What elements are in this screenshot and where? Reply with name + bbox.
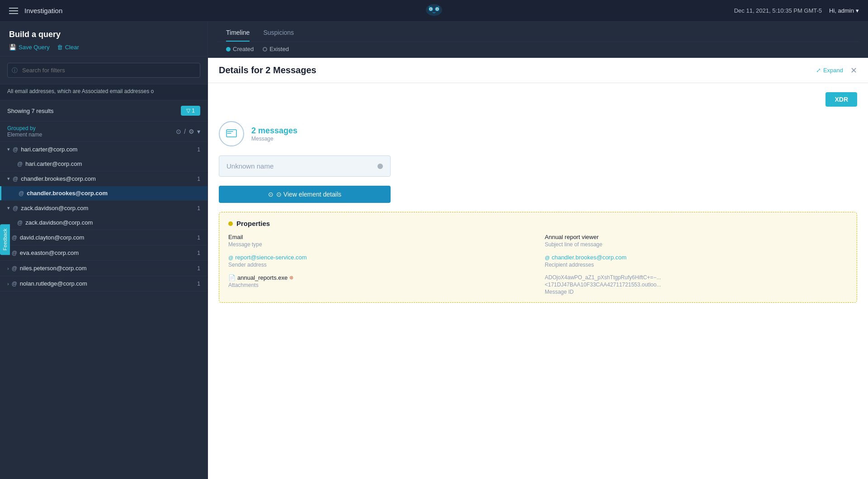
xdr-area: XDR [219,92,857,114]
radio-existed[interactable]: Existed [263,46,289,52]
at-icon: @ [12,250,17,256]
email-group-eva: › @ eva.easton@corp.com 1 [0,245,208,261]
divider: / [184,128,186,135]
file-icon: 📄 [228,274,236,281]
message-card: 2 messages Message [219,121,857,146]
email-group-header-nolan[interactable]: › @ nolan.rutledge@corp.com 1 [0,276,208,291]
prop-email-label-val: Email [228,234,531,240]
prop-message-id-value1: ADOjoX4awPO_aZ1_pXshTtgpRufy6HiftC+=−... [545,274,848,281]
email-child-address-hari: hari.carter@corp.com [25,160,200,167]
unknown-dot [377,164,383,169]
email-group-niles: › @ niles.peterson@corp.com 1 [0,261,208,276]
radio-created[interactable]: Created [226,46,254,52]
email-group-header-david[interactable]: › @ david.clayton@corp.com 1 [0,230,208,245]
prop-subject-line-label: Subject line of message [545,241,848,248]
detail-actions: ⤢ Expand ✕ [816,66,857,83]
view-element-details-button[interactable]: ⊙ ⊙ View element details [219,186,391,203]
count-david: 1 [197,235,200,241]
grouped-actions: ⊙ / ⚙ ▾ [176,128,200,135]
svg-point-5 [430,9,432,10]
at-blue-icon: @ [545,255,550,260]
email-child-hari[interactable]: @ hari.carter@corp.com [0,157,208,171]
email-address-nolan: nolan.rutledge@corp.com [20,280,194,287]
email-group-header-zack[interactable]: ▾ @ zack.davidson@corp.com 1 [0,201,208,216]
filter-badge[interactable]: ▽ 1 [181,106,200,116]
properties-title: Properties [236,220,270,227]
email-address-zack: zack.davidson@corp.com [21,205,194,211]
at-icon: @ [13,146,18,153]
query-actions: 💾 Save Query 🗑 Clear [9,44,198,51]
prop-annual-report-val: Annual report viewer [545,234,848,240]
svg-point-0 [426,4,442,16]
detail-modal: Details for 2 Messages ⤢ Expand ✕ XDR [208,58,868,479]
grouped-by-info: Grouped by Element name [7,125,42,138]
grouped-by-section: Grouped by Element name ⊙ / ⚙ ▾ [0,122,208,142]
target-icon[interactable]: ⊙ [176,128,181,135]
prop-attachments-label: Attachments [228,282,531,288]
email-group-header-niles[interactable]: › @ niles.peterson@corp.com 1 [0,261,208,276]
left-panel: Build a query 💾 Save Query 🗑 Clear ⓘ All… [0,22,208,479]
detail-header: Details for 2 Messages ⤢ Expand ✕ [208,58,868,83]
right-panel: Timeline Suspicions Created Existed Deta… [208,22,868,479]
count-nolan: 1 [197,281,200,287]
email-group-header-eva[interactable]: › @ eva.easton@corp.com 1 [0,245,208,260]
count-niles: 1 [197,265,200,272]
nav-right: Dec 11, 2021, 5:10:35 PM GMT-5 Hi, admin… [734,7,859,14]
search-wrapper: ⓘ [7,63,200,78]
query-header: Build a query 💾 Save Query 🗑 Clear [0,22,208,56]
tab-timeline[interactable]: Timeline [226,29,250,42]
search-area: ⓘ [0,56,208,85]
dropdown-icon[interactable]: ▾ [197,128,200,135]
at-icon: @ [12,265,17,272]
expand-button[interactable]: ⤢ Expand [816,67,843,74]
email-child-zack[interactable]: @ zack.davidson@corp.com [0,216,208,230]
email-group-header-hari[interactable]: ▾ @ hari.carter@corp.com 1 [0,142,208,157]
clear-button[interactable]: 🗑 Clear [57,44,79,51]
results-header: Showing 7 results ▽ 1 [0,100,208,122]
results-count: Showing 7 results [7,108,54,114]
prop-sender-value: @ report@sience-service.com [228,254,531,261]
save-query-button[interactable]: 💾 Save Query [9,44,50,51]
properties-dot [228,221,233,226]
email-address-chandler: chandler.brookes@corp.com [21,175,194,182]
prop-sender-label: Sender address [228,262,531,268]
email-group-nolan: › @ nolan.rutledge@corp.com 1 [0,276,208,291]
count-eva: 1 [197,250,200,256]
close-button[interactable]: ✕ [850,66,857,75]
radio-inactive-icon [263,47,267,52]
nav-logo [425,3,443,18]
at-icon: @ [17,161,23,167]
prop-sender: @ report@sience-service.com Sender addre… [228,254,531,268]
prop-message-id: ADOjoX4awPO_aZ1_pXshTtgpRufy6HiftC+=−...… [545,274,848,295]
chevron-down-icon: ▾ [7,146,10,152]
xdr-button[interactable]: XDR [826,92,857,107]
main-layout: Build a query 💾 Save Query 🗑 Clear ⓘ All… [0,22,868,479]
email-child-chandler[interactable]: @ chandler.brookes@corp.com [0,186,208,200]
created-existed-row: Created Existed [217,42,859,58]
email-group-header-chandler[interactable]: ▾ @ chandler.brookes@corp.com 1 [0,171,208,186]
email-address-hari: hari.carter@corp.com [21,146,194,153]
search-input[interactable] [7,63,200,78]
chevron-right-icon: › [7,281,9,286]
at-icon: @ [13,176,18,182]
prop-attachments-value: 📄 annual_reports.exe ⊗ [228,274,531,281]
hamburger-menu[interactable] [9,8,18,14]
filter-description: All email addresses, which are Associate… [0,85,208,100]
warning-icon: ⊗ [289,275,293,281]
prop-recipient: @ chandler.brookes@corp.com Recipient ad… [545,254,848,268]
feedback-tab[interactable]: Feedback [0,224,10,255]
at-icon: @ [13,205,18,211]
email-address-niles: niles.peterson@corp.com [20,265,194,272]
detail-content: XDR 2 messages Message [208,83,868,312]
at-blue-icon: @ [228,255,233,260]
prop-recipient-label: Recipient addresses [545,262,848,268]
tab-suspicions[interactable]: Suspicions [263,29,294,42]
shield-icon[interactable]: ⚙ [189,128,194,135]
email-child-address-chandler: chandler.brookes@corp.com [27,190,200,197]
user-menu[interactable]: Hi, admin ▾ [829,7,859,14]
at-icon: @ [12,281,17,287]
unknown-name-card: Unknown name [219,155,391,177]
detail-title: Details for 2 Messages [219,65,316,83]
svg-point-6 [437,9,438,10]
email-address-david: david.clayton@corp.com [20,234,194,241]
